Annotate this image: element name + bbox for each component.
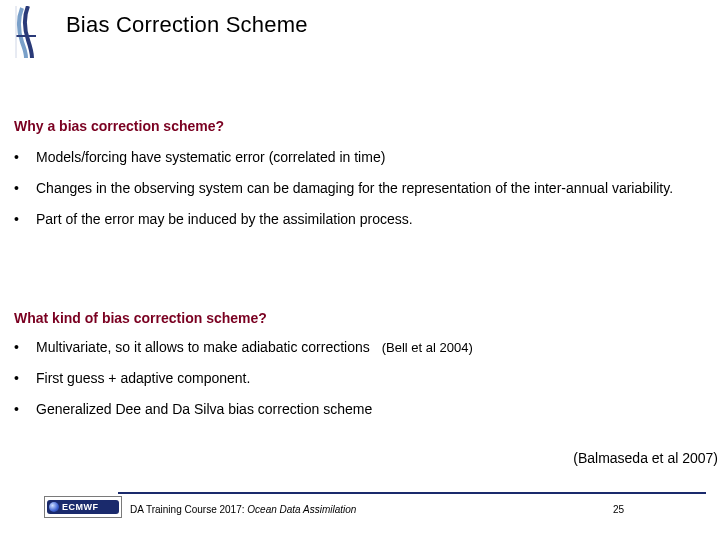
bottom-citation: (Balmaseda et al 2007) [573, 450, 718, 466]
list-item: • Part of the error may be induced by th… [14, 210, 700, 229]
footer-divider [118, 492, 706, 494]
bullet-glyph: • [14, 210, 36, 229]
list-item: • Multivariate, so it allows to make adi… [14, 338, 700, 357]
bullet-list-why: • Models/forcing have systematic error (… [14, 148, 700, 241]
list-item: • First guess + adaptive component. [14, 369, 700, 388]
footer-caption: DA Training Course 2017: Ocean Data Assi… [130, 504, 356, 515]
bullet-list-what: • Multivariate, so it allows to make adi… [14, 338, 700, 431]
corner-decoration-icon [12, 6, 40, 58]
ecmwf-logo: ECMWF [44, 496, 122, 518]
bullet-glyph: • [14, 400, 36, 419]
bullet-glyph: • [14, 148, 36, 167]
bullet-text: First guess + adaptive component. [36, 369, 700, 388]
bullet-text: Models/forcing have systematic error (co… [36, 148, 700, 167]
section-heading-what: What kind of bias correction scheme? [14, 310, 267, 326]
inline-citation: (Bell et al 2004) [382, 340, 473, 355]
bullet-text: Generalized Dee and Da Silva bias correc… [36, 400, 700, 419]
list-item: • Changes in the observing system can be… [14, 179, 700, 198]
list-item: • Generalized Dee and Da Silva bias corr… [14, 400, 700, 419]
bullet-glyph: • [14, 338, 36, 357]
footer-topic: Ocean Data Assimilation [247, 504, 356, 515]
footer-course: DA Training Course 2017: [130, 504, 247, 515]
slide: Bias Correction Scheme Why a bias correc… [0, 0, 720, 540]
bullet-text: Part of the error may be induced by the … [36, 210, 700, 229]
section-heading-why: Why a bias correction scheme? [14, 118, 224, 134]
bullet-text: Multivariate, so it allows to make adiab… [36, 338, 700, 357]
bullet-glyph: • [14, 369, 36, 388]
bullet-text: Changes in the observing system can be d… [36, 179, 700, 198]
logo-pill: ECMWF [47, 500, 119, 514]
slide-title: Bias Correction Scheme [66, 12, 308, 38]
globe-icon [49, 502, 59, 512]
bullet-main-text: Multivariate, so it allows to make adiab… [36, 339, 370, 355]
slide-number: 25 [613, 504, 624, 515]
list-item: • Models/forcing have systematic error (… [14, 148, 700, 167]
bullet-glyph: • [14, 179, 36, 198]
logo-text: ECMWF [62, 502, 99, 512]
